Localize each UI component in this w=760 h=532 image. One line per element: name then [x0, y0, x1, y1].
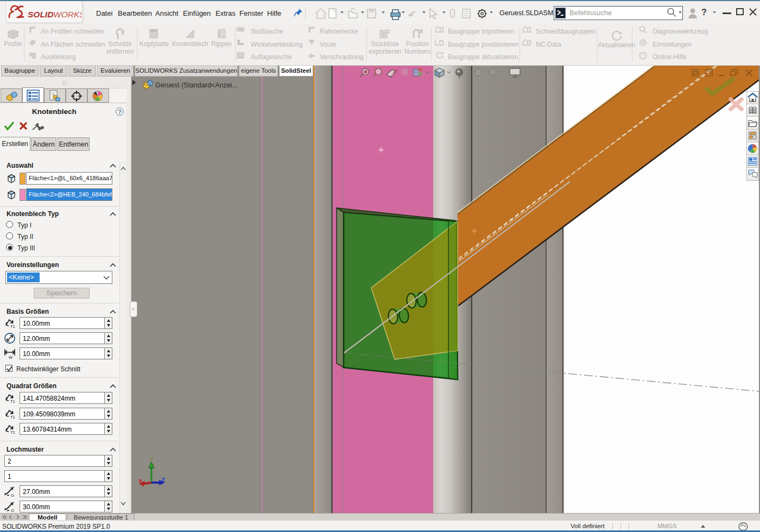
svg-text:W: W — [9, 355, 13, 359]
svg-text:T1: T1 — [10, 399, 15, 404]
svg-text:SOLID: SOLID — [28, 10, 53, 19]
svg-text:T1: T1 — [10, 324, 15, 329]
svg-text:G: G — [11, 493, 14, 497]
svg-text:WORKS: WORKS — [53, 10, 81, 19]
svg-text:T1: T1 — [10, 415, 15, 420]
svg-text:G: G — [11, 508, 14, 512]
svg-text:?: ? — [642, 53, 644, 59]
svg-text:T1: T1 — [10, 430, 15, 435]
